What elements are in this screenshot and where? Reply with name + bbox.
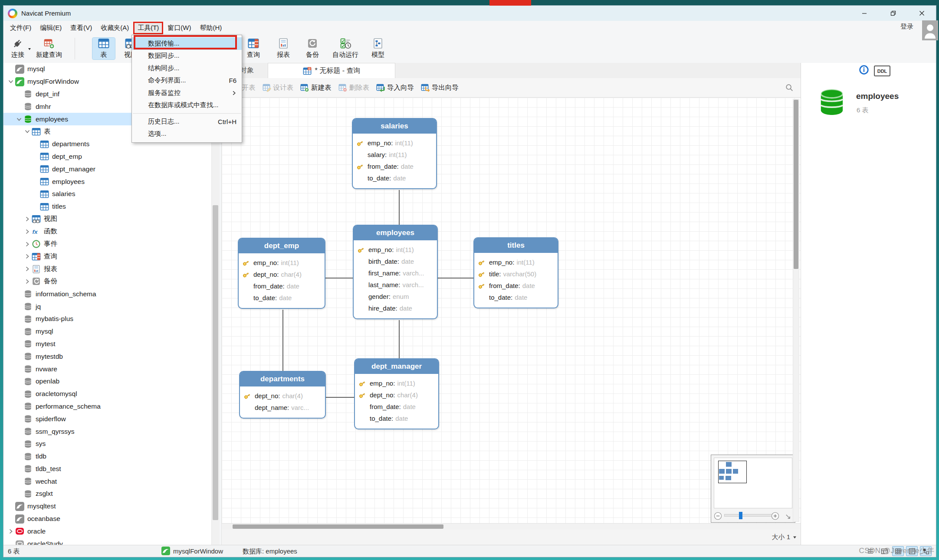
toolbar-新建查询[interactable]: 新建查询: [29, 38, 69, 59]
sidebar-scrollbar-thumb[interactable]: [213, 205, 218, 520]
sidebar-item-zsglxt[interactable]: zsglxt: [3, 488, 211, 500]
info-icon[interactable]: [859, 65, 869, 77]
tools-menu-item-服务器监控[interactable]: 服务器监控: [132, 87, 242, 99]
toolbar-表[interactable]: 表: [92, 38, 115, 59]
sidebar-item-mytestdb[interactable]: mytestdb: [3, 350, 211, 363]
expand-arrow[interactable]: [24, 229, 30, 234]
sidebar-item-performance_schema[interactable]: performance_schema: [3, 400, 211, 413]
toolbar-模型[interactable]: 模型: [367, 38, 389, 59]
menubar-item-窗口(W)[interactable]: 窗口(W): [163, 22, 195, 34]
er-table-dept_manager[interactable]: dept_manageremp_no:int(11)dept_no:char(4…: [354, 358, 439, 429]
toolbar-连接[interactable]: 连接: [5, 38, 30, 59]
toolbar-报表[interactable]: 报表: [272, 38, 295, 59]
expand-arrow[interactable]: [24, 242, 30, 247]
sidebar-item-tldb_test[interactable]: tldb_test: [3, 463, 211, 475]
expand-arrow[interactable]: [16, 117, 22, 122]
toolbar-自动运行[interactable]: 自动运行: [326, 38, 364, 59]
minimize-button[interactable]: [850, 6, 879, 21]
tab-* 无标题 - 查询[interactable]: * 无标题 - 查询: [268, 63, 395, 79]
sidebar-item-mysql[interactable]: mysql: [3, 325, 211, 338]
sidebar-item-mybatis-plus[interactable]: mybatis-plus: [3, 313, 211, 325]
login-link[interactable]: 登录: [900, 23, 913, 31]
sidebar-item-mytest[interactable]: mytest: [3, 338, 211, 350]
sidebar-item-nvware[interactable]: nvware: [3, 363, 211, 375]
minimap-resize-handle[interactable]: [785, 514, 791, 520]
avatar[interactable]: [922, 20, 938, 40]
er-table-salaries[interactable]: salariesemp_no:int(11)salary:int(11)from…: [352, 118, 437, 189]
sidebar-item-wechat[interactable]: wechat: [3, 475, 211, 488]
diagram-vertical-scrollbar[interactable]: [793, 99, 799, 522]
tools-menu-item-选项...[interactable]: 选项...: [132, 128, 242, 141]
button-新建表[interactable]: 新建表: [300, 83, 332, 92]
sidebar-item-employees[interactable]: employees: [3, 175, 211, 188]
menubar-item-查看(V)[interactable]: 查看(V): [66, 22, 96, 34]
menubar-item-帮助(H)[interactable]: 帮助(H): [195, 22, 226, 34]
sidebar-item-titles[interactable]: titles: [3, 200, 211, 213]
sidebar-item-函数[interactable]: fx函数: [3, 225, 211, 238]
toolbar-查询[interactable]: 查询: [242, 38, 265, 59]
button-导入向导[interactable]: 导入向导: [376, 83, 414, 92]
size-selector[interactable]: 大小 1: [772, 533, 797, 541]
sidebar-item-mysqltest[interactable]: mysqltest: [3, 500, 211, 513]
sidebar-item-salaries[interactable]: salaries: [3, 188, 211, 200]
tools-menu-item-在数据库或模式中查找...[interactable]: 在数据库或模式中查找...: [132, 99, 242, 112]
restore-button[interactable]: [879, 6, 907, 21]
sidebar-item-jq[interactable]: jq: [3, 300, 211, 313]
sidebar-item-dept_emp[interactable]: dept_emp: [3, 151, 211, 163]
zoom-out-button[interactable]: [714, 512, 722, 520]
sidebar-item-ssm_qyrssys[interactable]: ssm_qyrssys: [3, 425, 211, 438]
er-table-dept_emp[interactable]: dept_empemp_no:int(11)dept_no:char(4)fro…: [238, 238, 325, 309]
button-导出向导[interactable]: 导出向导: [421, 83, 459, 92]
sidebar-item-sys[interactable]: sys: [3, 438, 211, 450]
menubar-item-文件(F)[interactable]: 文件(F): [6, 22, 36, 34]
zoom-slider-thumb[interactable]: [739, 512, 742, 519]
diagram-minimap[interactable]: [711, 455, 795, 523]
expand-arrow[interactable]: [8, 529, 14, 534]
tools-menu-item-结构同步...[interactable]: 结构同步...: [132, 62, 242, 75]
search-button[interactable]: [785, 83, 794, 92]
field-name: emp_no:: [489, 259, 514, 266]
sidebar-item-oracleStudy[interactable]: oracleStudy: [3, 537, 211, 545]
sidebar-item-查询[interactable]: 查询: [3, 250, 211, 263]
sidebar-item-openlab[interactable]: openlab: [3, 375, 211, 388]
sidebar-item-dept_manager[interactable]: dept_manager: [3, 163, 211, 175]
sidebar-item-oceanbase[interactable]: oceanbase: [3, 513, 211, 525]
tools-menu-item-数据同步...[interactable]: 数据同步...: [132, 50, 242, 62]
er-field-title: title:varchar(50): [478, 268, 555, 280]
expand-arrow[interactable]: [24, 266, 30, 272]
tools-menu-item-命令列界面...[interactable]: 命令列界面...F6: [132, 75, 242, 87]
er-table-titles[interactable]: titlesemp_no:int(11)title:varchar(50)fro…: [473, 237, 558, 308]
sidebar-item-事件[interactable]: 事件: [3, 238, 211, 250]
vscroll-thumb[interactable]: [794, 100, 798, 269]
sidebar-item-tldb[interactable]: tldb: [3, 450, 211, 463]
close-button[interactable]: [907, 6, 936, 21]
toolbar-备份[interactable]: 备份: [301, 38, 324, 59]
sidebar-item-报表[interactable]: 报表: [3, 263, 211, 275]
er-table-employees[interactable]: employeesemp_no:int(11)birth_date:datefi…: [353, 225, 438, 319]
menubar-item-收藏夹(A)[interactable]: 收藏夹(A): [96, 22, 133, 34]
sidebar-item-information_schema[interactable]: information_schema: [3, 288, 211, 300]
diagram-horizontal-scrollbar[interactable]: [222, 523, 801, 530]
ddl-button[interactable]: DDL: [874, 65, 890, 76]
sidebar-item-备份[interactable]: 备份: [3, 275, 211, 288]
hscroll-thumb[interactable]: [233, 524, 443, 529]
expand-arrow[interactable]: [8, 79, 14, 84]
button-删除表[interactable]: 删除表: [338, 83, 370, 92]
minimap-overview[interactable]: [714, 458, 792, 508]
er-table-departments[interactable]: departmentsdept_no:char(4)dept_name:varc…: [239, 371, 326, 419]
menubar-item-工具(T)[interactable]: 工具(T): [133, 22, 163, 34]
sidebar-item-oracle[interactable]: oracle: [3, 525, 211, 537]
expand-arrow[interactable]: [24, 216, 30, 222]
expand-arrow[interactable]: [24, 279, 30, 284]
sidebar-item-视图[interactable]: 视图: [3, 213, 211, 226]
expand-arrow[interactable]: [24, 129, 30, 134]
button-设计表[interactable]: 设计表: [263, 83, 294, 92]
zoom-in-button[interactable]: [771, 512, 779, 520]
tools-menu-item-历史日志...[interactable]: 历史日志...Ctrl+H: [132, 115, 242, 128]
zoom-slider[interactable]: [724, 514, 776, 517]
expand-arrow[interactable]: [24, 254, 30, 259]
sidebar-item-spiderflow[interactable]: spiderflow: [3, 413, 211, 425]
sidebar-item-oracletomysql[interactable]: oracletomysql: [3, 388, 211, 400]
menubar-item-编辑(E)[interactable]: 编辑(E): [36, 22, 66, 34]
er-diagram-canvas[interactable]: salariesemp_no:int(11)salary:int(11)from…: [222, 98, 801, 523]
